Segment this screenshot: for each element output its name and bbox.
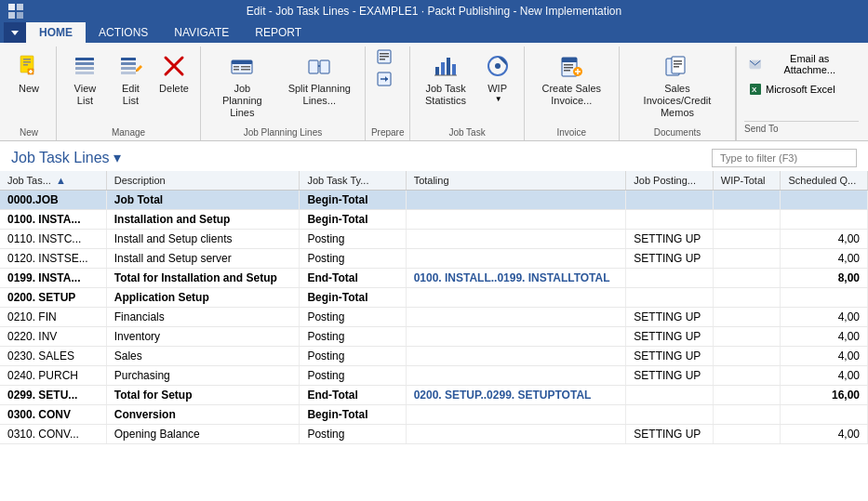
wip-icon: [483, 51, 513, 81]
col-header-schedq[interactable]: Scheduled Q...: [781, 171, 868, 191]
table-row[interactable]: 0310. CONV...Opening BalancePostingSETTI…: [0, 424, 868, 443]
filter-input[interactable]: [712, 149, 857, 167]
svg-rect-25: [234, 69, 239, 71]
cell-wiptotal: [713, 307, 781, 326]
table-row[interactable]: 0240. PURCHPurchasingPostingSETTING UP4,…: [0, 365, 868, 385]
view-list-button[interactable]: View List: [62, 46, 108, 112]
cell-jobtype: Posting: [300, 365, 406, 385]
excel-button[interactable]: X Microsoft Excel: [744, 80, 859, 99]
cell-jobposting: SETTING UP: [626, 346, 713, 365]
page-header: Job Task Lines ▾: [0, 141, 868, 171]
tab-report[interactable]: REPORT: [242, 22, 314, 43]
cell-jobtask: 0230. SALES: [0, 346, 106, 365]
cell-totaling: [406, 307, 626, 326]
table-row[interactable]: 0199. INSTA...Total for Installation and…: [0, 268, 868, 287]
cell-totaling: [406, 424, 626, 443]
cell-jobtask: 0100. INSTA...: [0, 209, 106, 229]
svg-rect-7: [23, 61, 31, 63]
create-sales-label: Create Sales Invoice...: [537, 83, 607, 107]
svg-rect-6: [23, 59, 31, 60]
cell-jobposting: [626, 287, 713, 307]
svg-rect-49: [564, 70, 570, 72]
cell-jobtype: End-Total: [300, 385, 406, 404]
table-row[interactable]: 0110. INSTC...Install and Setup clientsP…: [0, 229, 868, 248]
edit-list-label: Edit List: [116, 83, 145, 107]
cell-wiptotal: [713, 326, 781, 346]
new-group-label: New: [7, 125, 50, 140]
job-task-stats-button[interactable]: Job Task Statistics: [416, 46, 474, 112]
tab-home[interactable]: HOME: [26, 22, 86, 43]
cell-totaling: [406, 365, 626, 385]
col-header-jobtask[interactable]: Job Tas... ▲: [0, 171, 106, 191]
cell-jobposting: SETTING UP: [626, 229, 713, 248]
cell-wiptotal: [713, 229, 781, 248]
invoice-group-label: Invoice: [530, 125, 613, 140]
svg-rect-48: [564, 67, 573, 69]
table-row[interactable]: 0000.JOBJob TotalBegin-Total: [0, 190, 868, 209]
tab-navigate[interactable]: NAVIGATE: [161, 22, 242, 43]
split-planning-icon: [304, 51, 334, 81]
manage-group-label: Manage: [62, 125, 194, 140]
cell-description: Conversion: [106, 404, 300, 424]
cell-jobtask: 0300. CONV: [0, 404, 106, 424]
table-row[interactable]: 0120. INSTSE...Install and Setup serverP…: [0, 248, 868, 268]
job-planning-lines-button[interactable]: Job Planning Lines: [207, 46, 278, 125]
table-header: Job Tas... ▲ Description Job Task Ty... …: [0, 171, 868, 191]
page-title-dropdown[interactable]: ▾: [114, 149, 121, 166]
table-row[interactable]: 0300. CONVConversionBegin-Total: [0, 404, 868, 424]
table-row[interactable]: 0200. SETUPApplication SetupBegin-Total: [0, 287, 868, 307]
table-row[interactable]: 0210. FINFinancialsPostingSETTING UP4,00: [0, 307, 868, 326]
split-planning-lines-button[interactable]: Split Planning Lines...: [280, 46, 359, 112]
col-header-wiptotal[interactable]: WIP-Total: [713, 171, 781, 191]
cell-jobposting: SETTING UP: [626, 307, 713, 326]
svg-rect-28: [309, 60, 318, 73]
prepare-group-buttons: [371, 46, 405, 125]
cell-description: Opening Balance: [106, 424, 300, 443]
delete-button[interactable]: Delete: [154, 46, 194, 99]
view-list-icon: [70, 51, 100, 81]
cell-description: Inventory: [106, 326, 300, 346]
cell-wiptotal: [713, 287, 781, 307]
new-button-label: New: [19, 83, 39, 95]
cell-wiptotal: [713, 209, 781, 229]
sales-invoices-icon: [662, 51, 692, 81]
col-header-totaling[interactable]: Totaling: [406, 171, 626, 191]
cell-totaling: [406, 346, 626, 365]
cell-jobposting: SETTING UP: [626, 365, 713, 385]
table-row[interactable]: 0220. INVInventoryPostingSETTING UP4,00: [0, 326, 868, 346]
table-row[interactable]: 0299. SETU...Total for SetupEnd-Total020…: [0, 385, 868, 404]
ribbon-content: New New View List: [0, 43, 868, 140]
table-row[interactable]: 0100. INSTA...Installation and SetupBegi…: [0, 209, 868, 229]
email-attach-button[interactable]: Email as Attachme...: [744, 50, 859, 78]
svg-rect-41: [452, 64, 456, 75]
svg-point-44: [495, 63, 501, 69]
wip-button[interactable]: WIP ▼: [477, 46, 518, 108]
ribbon-group-prepare: Prepare: [366, 46, 411, 140]
new-button[interactable]: New: [7, 46, 50, 99]
create-sales-invoice-button[interactable]: Create Sales Invoice...: [530, 46, 613, 112]
prepare-misc-btn-1[interactable]: [371, 46, 397, 67]
edit-list-icon: [115, 51, 145, 81]
cell-jobposting: SETTING UP: [626, 326, 713, 346]
view-list-label: View List: [69, 83, 101, 107]
create-sales-icon: [556, 51, 586, 81]
prepare-misc-btn-2[interactable]: [371, 69, 397, 89]
cell-jobtype: Begin-Total: [300, 287, 406, 307]
job-task-table: Job Tas... ▲ Description Job Task Ty... …: [0, 171, 868, 444]
cell-jobtype: Begin-Total: [300, 404, 406, 424]
sales-invoices-button[interactable]: Sales Invoices/Credit Memos: [625, 46, 729, 125]
cell-totaling: 0200. SETUP..0299. SETUPTOTAL: [406, 385, 626, 404]
svg-rect-54: [672, 57, 685, 73]
job-task-stats-label: Job Task Statistics: [422, 83, 468, 107]
cell-jobtype: Posting: [300, 424, 406, 443]
col-header-jobposting[interactable]: Job Posting...: [626, 171, 713, 191]
col-header-jobtype[interactable]: Job Task Ty...: [300, 171, 406, 191]
svg-rect-34: [380, 59, 385, 60]
ribbon-group-invoice: Create Sales Invoice... Invoice: [525, 46, 620, 140]
nav-dropdown-btn[interactable]: [4, 22, 26, 43]
col-header-description[interactable]: Description: [106, 171, 300, 191]
edit-list-button[interactable]: Edit List: [110, 46, 152, 112]
email-icon: [749, 58, 761, 71]
tab-actions[interactable]: ACTIONS: [86, 22, 161, 43]
table-row[interactable]: 0230. SALESSalesPostingSETTING UP4,00: [0, 346, 868, 365]
